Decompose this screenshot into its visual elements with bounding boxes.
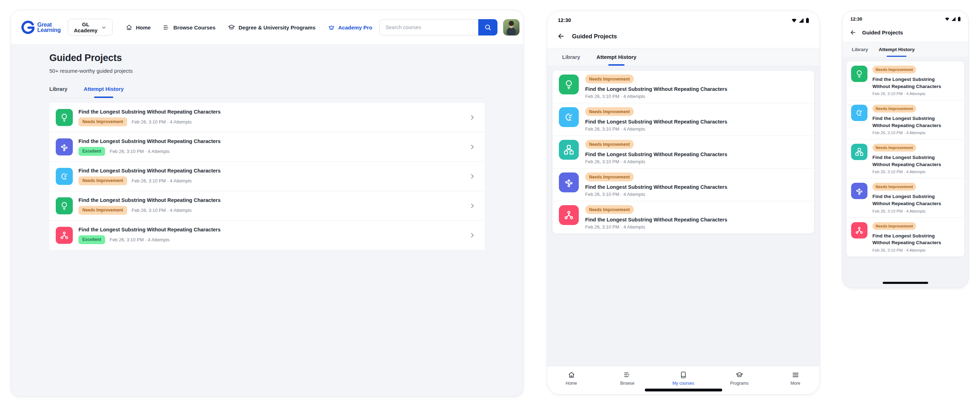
tabs-strip: Library Attempt History: [547, 48, 819, 66]
status-bar: 12:30: [843, 11, 968, 22]
attempt-meta: Feb 26, 3:10 PM · 4 Attempts: [872, 209, 948, 213]
status-time: 12:30: [850, 16, 862, 22]
attempt-row-sub: Needs ImprovementFeb 26, 3:10 PM · 4 Att…: [78, 117, 469, 126]
tab-library[interactable]: Library: [49, 86, 67, 98]
status-badge: Needs Improvement: [872, 105, 916, 113]
attempt-row[interactable]: Needs ImprovementFind the Longest Substr…: [846, 140, 964, 179]
attempt-row[interactable]: Needs ImprovementFind the Longest Substr…: [552, 201, 814, 233]
avatar[interactable]: [503, 19, 519, 35]
attempt-row[interactable]: Needs ImprovementFind the Longest Substr…: [552, 103, 814, 136]
attempt-row[interactable]: Find the Longest Substring Without Repea…: [49, 132, 485, 162]
attempt-meta: Feb 26, 3:10 PM · 4 Attempts: [132, 119, 192, 125]
bottom-navigation: Home Browse My courses Programs More: [547, 366, 819, 394]
network-icon: [56, 227, 73, 244]
attempt-title: Find the Longest Substring Without Repea…: [585, 152, 727, 157]
attempt-row[interactable]: Needs ImprovementFind the Longest Substr…: [846, 62, 964, 100]
search-input[interactable]: [379, 19, 478, 35]
arrow-left-icon: [850, 29, 856, 36]
page-title: Guided Projects: [49, 52, 485, 63]
attempt-row[interactable]: Find the Longest Substring Without Repea…: [49, 103, 485, 132]
tab-attempt-history[interactable]: Attempt History: [879, 47, 915, 57]
tabs: Library Attempt History: [547, 48, 819, 66]
bottom-nav-my-courses-label: My courses: [673, 381, 694, 386]
attempt-row[interactable]: Find the Longest Substring Without Repea…: [49, 191, 485, 221]
brand-line1: Great: [37, 22, 61, 27]
search-button[interactable]: [478, 19, 498, 35]
attempt-row[interactable]: Needs ImprovementFind the Longest Substr…: [846, 100, 964, 140]
search-bar: [379, 19, 498, 35]
back-button[interactable]: [850, 29, 856, 36]
nav-home[interactable]: Home: [125, 24, 151, 31]
nav-home-label: Home: [136, 24, 151, 30]
attempt-meta: Feb 26, 3:10 PM · 4 Attempts: [585, 192, 727, 197]
tab-attempt-history[interactable]: Attempt History: [597, 54, 636, 66]
attempt-title: Find the Longest Substring Without Repea…: [78, 109, 469, 115]
bottom-nav-my-courses[interactable]: My courses: [670, 371, 697, 386]
nav-degree-programs[interactable]: Degree & University Programs: [228, 24, 316, 31]
attempt-row-body: Needs ImprovementFind the Longest Substr…: [872, 66, 948, 96]
attempt-row[interactable]: Needs ImprovementFind the Longest Substr…: [552, 168, 814, 201]
status-badge: Needs Improvement: [872, 66, 916, 73]
brand-logo[interactable]: Great Learning: [20, 20, 61, 35]
tabs-strip: Library Attempt History: [843, 42, 968, 57]
branch-icon: [56, 138, 73, 155]
attempt-title: Find the Longest Substring Without Repea…: [872, 193, 948, 207]
nav-academy-pro-label: Academy Pro: [338, 24, 372, 30]
app-bar: Guided Projects: [547, 23, 819, 48]
tabs: Library Attempt History: [49, 86, 485, 98]
wifi-icon: [945, 17, 950, 21]
brand-line2: Learning: [37, 27, 61, 33]
attempt-meta: Feb 26, 3:10 PM · 4 Attempts: [585, 126, 727, 132]
attempt-row[interactable]: Needs ImprovementFind the Longest Substr…: [552, 71, 814, 103]
tab-library[interactable]: Library: [562, 54, 580, 66]
home-indicator: [883, 282, 928, 284]
status-badge: Needs Improvement: [78, 176, 127, 185]
phone-top: 12:30 Guided Projects Library Attempt Hi…: [843, 11, 968, 57]
chevron-right-icon: [469, 173, 476, 179]
screenshot-canvas: Great Learning GL Academy Home Browse Co…: [0, 0, 980, 406]
tab-underline: [887, 56, 907, 57]
attempt-row[interactable]: Needs ImprovementFind the Longest Substr…: [552, 136, 814, 168]
attempt-meta: Feb 26, 3:10 PM · 4 Attempts: [585, 94, 727, 99]
bottom-nav-browse[interactable]: Browse: [614, 371, 641, 386]
attempt-row[interactable]: Needs ImprovementFind the Longest Substr…: [846, 218, 964, 257]
attempt-meta: Feb 26, 3:10 PM · 4 Attempts: [872, 248, 948, 252]
bottom-nav-more[interactable]: More: [782, 371, 809, 386]
status-badge: Excellent: [78, 147, 105, 156]
nav-browse-courses[interactable]: Browse Courses: [162, 24, 215, 31]
degree-cap-icon: [735, 371, 743, 379]
branch-icon: [559, 173, 579, 192]
great-learning-logo-icon: [20, 20, 35, 35]
attempt-title: Find the Longest Substring Without Repea…: [872, 115, 948, 129]
status-badge: Needs Improvement: [585, 107, 634, 116]
attempt-row-sub: ExcellentFeb 26, 3:10 PM · 4 Attempts: [78, 235, 469, 244]
status-badge: Needs Improvement: [78, 117, 127, 126]
status-badge: Excellent: [78, 235, 105, 244]
status-badge: Needs Improvement: [872, 144, 916, 152]
app-bar: Guided Projects: [843, 22, 968, 42]
attempt-row-body: Find the Longest Substring Without Repea…: [78, 227, 469, 244]
attempt-row[interactable]: Find the Longest Substring Without Repea…: [49, 162, 485, 191]
attempt-title: Find the Longest Substring Without Repea…: [78, 168, 469, 174]
attempt-row-body: Needs ImprovementFind the Longest Substr…: [872, 222, 948, 252]
back-button[interactable]: [557, 32, 565, 40]
tab-library[interactable]: Library: [852, 47, 868, 57]
plug-icon: [851, 105, 867, 121]
tab-attempt-history[interactable]: Attempt History: [84, 86, 124, 98]
bottom-nav-programs[interactable]: Programs: [726, 371, 753, 386]
chevron-right-icon: [469, 144, 476, 150]
attempt-history-card: Needs ImprovementFind the Longest Substr…: [552, 71, 814, 233]
attempt-row[interactable]: Needs ImprovementFind the Longest Substr…: [846, 179, 964, 217]
attempt-row-body: Needs ImprovementFind the Longest Substr…: [872, 105, 948, 135]
attempt-title: Find the Longest Substring Without Repea…: [872, 76, 948, 90]
attempt-row-body: Needs ImprovementFind the Longest Substr…: [585, 140, 727, 164]
nav-academy-pro[interactable]: Academy Pro: [328, 24, 372, 31]
branch-icon: [851, 183, 867, 199]
attempt-row[interactable]: Find the Longest Substring Without Repea…: [49, 221, 485, 250]
attempt-history-card: Needs ImprovementFind the Longest Substr…: [846, 62, 964, 257]
gl-academy-switcher[interactable]: GL Academy: [68, 19, 113, 36]
battery-icon: [958, 17, 961, 21]
bottom-nav-home[interactable]: Home: [558, 371, 585, 386]
attempt-meta: Feb 26, 3:10 PM · 4 Attempts: [872, 131, 948, 135]
network-icon: [559, 205, 579, 225]
